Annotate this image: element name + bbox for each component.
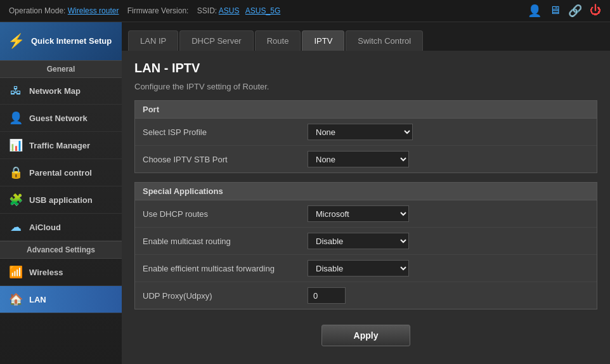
sidebar-item-usb-application[interactable]: 🧩 USB application (0, 186, 122, 214)
ssid-5g-value[interactable]: ASUS_5G (245, 6, 280, 15)
page-description: Configure the IPTV setting of Router. (134, 82, 597, 91)
network-map-icon: 🖧 (9, 84, 23, 98)
page-title: LAN - IPTV (134, 61, 597, 75)
sidebar-item-aicloud[interactable]: ☁ AiCloud (0, 214, 122, 241)
quick-setup-icon: ⚡ (8, 33, 25, 49)
udp-proxy-label: UDP Proxy(Udpxy) (143, 291, 308, 301)
dhcp-routes-label: Use DHCP routes (143, 209, 308, 219)
operation-mode-link[interactable]: Wireless router (68, 6, 119, 15)
multicast-routing-row: Enable multicast routing Disable Enable (135, 228, 597, 255)
main-layout: ⚡ Quick Internet Setup General 🖧 Network… (0, 22, 610, 364)
tab-dhcp-server[interactable]: DHCP Server (179, 30, 254, 51)
special-applications-header: Special Applications (135, 183, 597, 200)
port-section: Port Select ISP Profile None Australia(M… (134, 100, 597, 173)
stb-port-control: None LAN1 LAN2 LAN3 LAN4 (308, 151, 409, 167)
operation-mode-text: Operation Mode: Wireless router Firmware… (9, 6, 280, 15)
traffic-manager-label: Traffic Manager (29, 141, 90, 150)
power-icon[interactable]: ⏻ (590, 4, 601, 18)
port-section-header: Port (135, 101, 597, 119)
traffic-manager-icon: 📊 (9, 138, 23, 152)
sidebar-item-lan[interactable]: 🏠 LAN (0, 286, 122, 313)
isp-profile-row: Select ISP Profile None Australia(MyRepu… (135, 119, 597, 146)
tab-iptv[interactable]: IPTV (302, 30, 344, 51)
ssid-value[interactable]: ASUS (219, 6, 240, 15)
multicast-routing-select[interactable]: Disable Enable (308, 233, 409, 249)
share-icon[interactable]: 🔗 (568, 4, 582, 18)
udp-proxy-row: UDP Proxy(Udpxy) (135, 282, 597, 309)
sidebar-item-network-map[interactable]: 🖧 Network Map (0, 78, 122, 105)
operation-mode-label: Operation Mode: (9, 6, 65, 15)
multicast-forwarding-control: Disable Enable (308, 260, 409, 276)
parental-control-icon: 🔒 (9, 166, 23, 179)
guest-network-icon: 👤 (9, 111, 23, 125)
top-icons: 👤 🖥 🔗 ⏻ (528, 4, 601, 18)
tab-route[interactable]: Route (255, 30, 301, 51)
tab-lan-ip[interactable]: LAN IP (128, 30, 178, 51)
parental-control-label: Parental control (29, 168, 92, 178)
sidebar-header-label: Quick Internet Setup (31, 36, 112, 47)
sidebar: ⚡ Quick Internet Setup General 🖧 Network… (0, 22, 122, 364)
aicloud-label: AiCloud (29, 223, 61, 232)
stb-port-label: Choose IPTV STB Port (143, 155, 308, 164)
advanced-section-label: Advanced Settings (0, 241, 122, 259)
firmware-label: Firmware Version: (127, 6, 189, 15)
multicast-routing-label: Enable multicast routing (143, 237, 308, 246)
multicast-forwarding-select[interactable]: Disable Enable (308, 260, 409, 276)
stb-port-select[interactable]: None LAN1 LAN2 LAN3 LAN4 (308, 151, 409, 167)
multicast-routing-control: Disable Enable (308, 233, 409, 249)
sidebar-item-guest-network[interactable]: 👤 Guest Network (0, 105, 122, 132)
sidebar-item-traffic-manager[interactable]: 📊 Traffic Manager (0, 132, 122, 159)
multicast-forwarding-row: Enable efficient multicast forwarding Di… (135, 255, 597, 282)
dhcp-routes-control: Microsoft Linux Disable (308, 205, 409, 222)
isp-profile-select[interactable]: None Australia(MyRepublic) Australia(NBN… (308, 124, 413, 140)
dhcp-routes-row: Use DHCP routes Microsoft Linux Disable (135, 200, 597, 228)
udp-proxy-input[interactable] (308, 287, 346, 304)
stb-port-row: Choose IPTV STB Port None LAN1 LAN2 LAN3… (135, 146, 597, 172)
isp-profile-control: None Australia(MyRepublic) Australia(NBN… (308, 124, 413, 140)
apply-row: Apply (134, 318, 597, 350)
network-map-label: Network Map (29, 86, 81, 96)
isp-profile-label: Select ISP Profile (143, 127, 308, 137)
sidebar-item-parental-control[interactable]: 🔒 Parental control (0, 159, 122, 186)
apply-button[interactable]: Apply (321, 325, 411, 346)
info-bar: Operation Mode: Wireless router Firmware… (0, 0, 610, 22)
guest-network-label: Guest Network (29, 114, 88, 123)
usb-application-icon: 🧩 (9, 193, 23, 207)
aicloud-icon: ☁ (9, 220, 23, 234)
wireless-icon: 📶 (9, 265, 23, 279)
lan-icon: 🏠 (9, 292, 23, 306)
lan-label: LAN (29, 295, 46, 304)
tab-bar: LAN IP DHCP Server Route IPTV Switch Con… (122, 22, 610, 51)
tab-switch-control[interactable]: Switch Control (346, 30, 423, 51)
ssid-label: SSID: (197, 6, 217, 15)
udp-proxy-control (308, 287, 346, 304)
monitor-icon[interactable]: 🖥 (549, 4, 561, 18)
wireless-label: Wireless (29, 268, 63, 277)
sidebar-header[interactable]: ⚡ Quick Internet Setup (0, 22, 122, 60)
user-icon[interactable]: 👤 (528, 4, 542, 18)
content-area: LAN - IPTV Configure the IPTV setting of… (122, 51, 610, 364)
sidebar-item-wireless[interactable]: 📶 Wireless (0, 259, 122, 286)
main-content: LAN IP DHCP Server Route IPTV Switch Con… (122, 22, 610, 364)
dhcp-routes-select[interactable]: Microsoft Linux Disable (308, 205, 409, 222)
multicast-forwarding-label: Enable efficient multicast forwarding (143, 264, 308, 273)
general-section-label: General (0, 60, 122, 78)
special-applications-section: Special Applications Use DHCP routes Mic… (134, 182, 597, 309)
usb-application-label: USB application (29, 195, 93, 205)
